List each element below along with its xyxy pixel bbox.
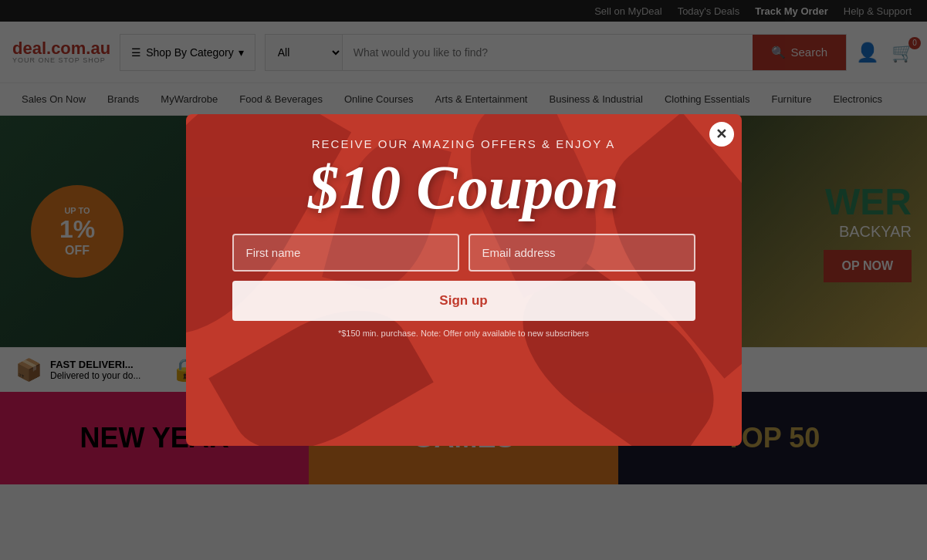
modal-subtitle: RECEIVE OUR AMAZING OFFERS & ENJOY A: [312, 137, 615, 150]
coupon-modal: ✕ RECEIVE OUR AMAZING OFFERS & ENJOY A $…: [186, 114, 742, 446]
email-input[interactable]: [469, 234, 695, 272]
modal-form: [232, 234, 695, 272]
modal-disclaimer: *$150 min. purchase. Note: Offer only av…: [338, 329, 589, 338]
modal-close-button[interactable]: ✕: [709, 122, 734, 147]
first-name-input[interactable]: [232, 234, 459, 272]
modal-coupon-text: $10 Coupon: [308, 157, 618, 218]
modal-overlay[interactable]: ✕ RECEIVE OUR AMAZING OFFERS & ENJOY A $…: [0, 0, 927, 560]
signup-button[interactable]: Sign up: [232, 281, 695, 321]
modal-content: RECEIVE OUR AMAZING OFFERS & ENJOY A $10…: [186, 114, 742, 446]
